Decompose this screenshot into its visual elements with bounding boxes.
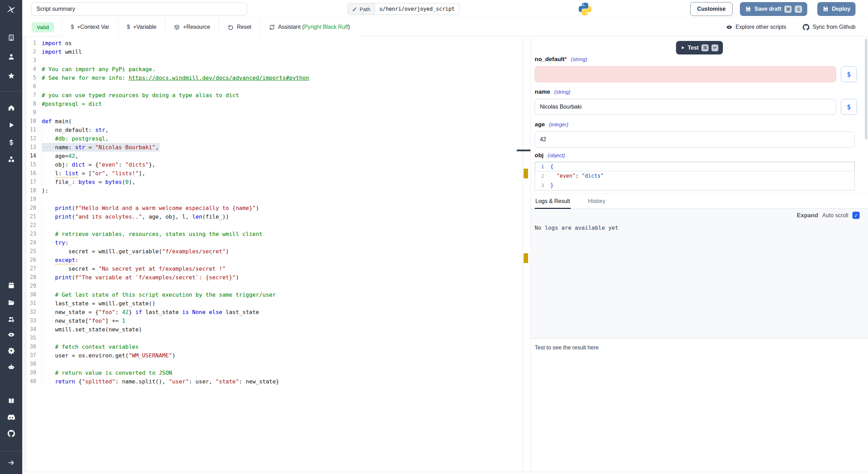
explore-other-scripts-button[interactable]: Explore other scripts <box>726 24 786 31</box>
json-editor-line[interactable]: 1{ <box>535 162 854 171</box>
code-line[interactable]: 8#postgresql = dict <box>22 100 523 108</box>
code-line-content: # See here for more info: https://docs.w… <box>42 74 309 82</box>
code-line-content: obj: dict = {"even": "dicts"}, <box>42 160 156 169</box>
code-line[interactable]: 28 print(f"The variable at `f/examples/s… <box>22 273 523 282</box>
groups-users-gear-icon[interactable] <box>0 313 22 325</box>
code-line[interactable]: 23 # retrieve variables, resources, stat… <box>22 230 523 238</box>
sync-from-github-button[interactable]: Sync from Github <box>803 24 856 31</box>
resources-boxes-icon[interactable] <box>0 153 22 165</box>
code-line[interactable]: 37 user = os.environ.get("WM_USERNAME") <box>22 351 523 360</box>
line-number: 21 <box>22 212 36 221</box>
favorites-star-icon[interactable] <box>0 70 22 82</box>
no-default-variable-picker-button[interactable]: $ <box>841 66 857 82</box>
json-editor-line[interactable]: 3} <box>535 181 854 190</box>
code-line[interactable]: 10def main( <box>22 117 523 126</box>
code-line[interactable]: 18): <box>22 186 523 195</box>
code-line[interactable]: 16 l: list = ["or", "lists!"], <box>22 169 523 178</box>
code-line[interactable]: 25 secret = wmill.get_variable("f/exampl… <box>22 247 523 256</box>
name-input[interactable] <box>535 99 836 115</box>
auto-scroll-checkbox[interactable]: ✓ <box>852 212 860 219</box>
test-row: Test ⌘ ↵ <box>531 36 868 57</box>
expand-button[interactable]: Expand <box>797 212 818 219</box>
github-icon[interactable] <box>0 428 22 439</box>
code-line[interactable]: 27 secret = "No secret yet at f/examples… <box>22 264 523 273</box>
tab-history[interactable]: History <box>587 194 606 209</box>
code-line[interactable]: 17 file_: bytes = bytes(0), <box>22 178 523 186</box>
add-resource-button[interactable]: +Resource <box>165 18 219 36</box>
obj-json-editor[interactable]: 1{2 "even": "dicts"3} <box>535 162 855 191</box>
audit-eye-icon[interactable] <box>0 329 22 340</box>
code-line[interactable]: 36 # fetch context variables <box>22 342 523 351</box>
valid-status-badge: Valid <box>32 22 54 32</box>
code-line[interactable]: 6 <box>22 82 523 91</box>
code-line[interactable]: 20 print(f"Hello World and a warm welcom… <box>22 204 523 212</box>
age-input[interactable] <box>535 132 855 147</box>
code-line[interactable]: 38 <box>22 360 523 369</box>
code-line[interactable]: 35 <box>22 334 523 342</box>
line-number: 38 <box>22 360 36 369</box>
name-variable-picker-button[interactable]: $ <box>841 99 857 115</box>
home-icon[interactable] <box>0 102 22 113</box>
code-line[interactable]: 2import wmill <box>22 48 523 56</box>
code-line[interactable]: 40 return {"splitted": name.split(), "us… <box>22 377 523 386</box>
collapse-arrow-right-icon[interactable] <box>0 457 22 468</box>
code-line[interactable]: 12 #db: postgresql, <box>22 134 523 143</box>
line-number: 17 <box>22 178 36 186</box>
code-line[interactable]: 31 last_state = wmill.get_state() <box>22 299 523 308</box>
workers-robot-icon[interactable] <box>0 361 22 373</box>
discord-icon[interactable] <box>0 411 22 423</box>
workspace-building-icon[interactable] <box>0 32 22 43</box>
json-editor-line[interactable]: 2 "even": "dicts" <box>535 171 854 181</box>
tab-logs-and-result[interactable]: Logs & Result <box>535 194 571 209</box>
code-line[interactable]: 7# you can use typed resources by doing … <box>22 91 523 100</box>
code-line[interactable]: 9 <box>22 108 523 117</box>
panel-scrollbar[interactable] <box>865 39 867 139</box>
code-line[interactable]: 24 try: <box>22 238 523 247</box>
code-line[interactable]: 21 print("and its acolytes..", age, obj,… <box>22 212 523 221</box>
deploy-button[interactable]: Deploy <box>817 2 856 16</box>
runs-play-icon[interactable] <box>0 119 22 131</box>
code-line[interactable]: 4# You can import any PyPi package. <box>22 65 523 74</box>
code-line[interactable]: 14 age=42, <box>22 152 523 160</box>
schedules-calendar-icon[interactable] <box>0 279 22 291</box>
line-number: 33 <box>22 316 36 325</box>
test-button[interactable]: Test ⌘ ↵ <box>676 41 723 54</box>
code-editor[interactable]: 1import os2import wmill34# You can impor… <box>22 36 523 474</box>
result-area: Test to see the result here <box>531 338 868 474</box>
code-line[interactable]: 11 no_default: str, <box>22 126 523 134</box>
reset-button[interactable]: Reset <box>219 18 260 36</box>
code-line[interactable]: 34 wmill.set_state(new_state) <box>22 325 523 334</box>
code-line[interactable]: 3 <box>22 56 523 65</box>
code-line[interactable]: 26 except: <box>22 256 523 264</box>
user-icon[interactable] <box>0 51 22 62</box>
code-line[interactable]: 19 <box>22 195 523 204</box>
code-line[interactable]: 15 obj: dict = {"even": "dicts"}, <box>22 160 523 169</box>
add-variable-button[interactable]: $ +Variable <box>118 18 165 36</box>
customise-button[interactable]: Customise <box>690 2 733 16</box>
no-default-input[interactable] <box>535 66 836 82</box>
script-summary-input[interactable] <box>31 2 247 16</box>
settings-gear-icon[interactable] <box>0 345 22 356</box>
code-line[interactable]: 32 new_state = {"foo": 42} if last_state… <box>22 308 523 316</box>
docs-book-icon[interactable] <box>0 395 22 407</box>
splitter-drag-handle[interactable] <box>517 150 531 151</box>
line-number: 34 <box>22 325 36 334</box>
line-number: 16 <box>22 169 36 178</box>
code-line[interactable]: 5# See here for more info: https://docs.… <box>22 74 523 82</box>
sync-label: Sync from Github <box>812 24 856 30</box>
save-draft-button[interactable]: Save draft ⌘ S <box>740 2 807 16</box>
variables-dollar-icon[interactable] <box>0 136 22 148</box>
code-line[interactable]: 1import os <box>22 39 523 48</box>
no-logs-message: No logs are available yet <box>535 225 618 231</box>
code-line[interactable]: 39 # return value is converted to JSON <box>22 369 523 377</box>
code-line[interactable]: 22 <box>22 221 523 230</box>
code-line[interactable]: 30 # Get last state of this script execu… <box>22 290 523 299</box>
code-line[interactable]: 33 new_state["foo"] += 1 <box>22 316 523 325</box>
path-badge[interactable]: Path u/henri/overjoyed_script <box>348 3 460 15</box>
code-line[interactable]: 29 <box>22 282 523 290</box>
windmill-logo-icon[interactable] <box>0 1 22 18</box>
add-context-var-button[interactable]: $ +Context Var <box>62 18 118 36</box>
folders-folder-icon[interactable] <box>0 297 22 308</box>
code-line[interactable]: 13····name: str = "Nicolas·Bourbaki", <box>22 143 523 152</box>
assistant-button[interactable]: Assistant (Pyright Black Ruff) <box>260 18 359 36</box>
